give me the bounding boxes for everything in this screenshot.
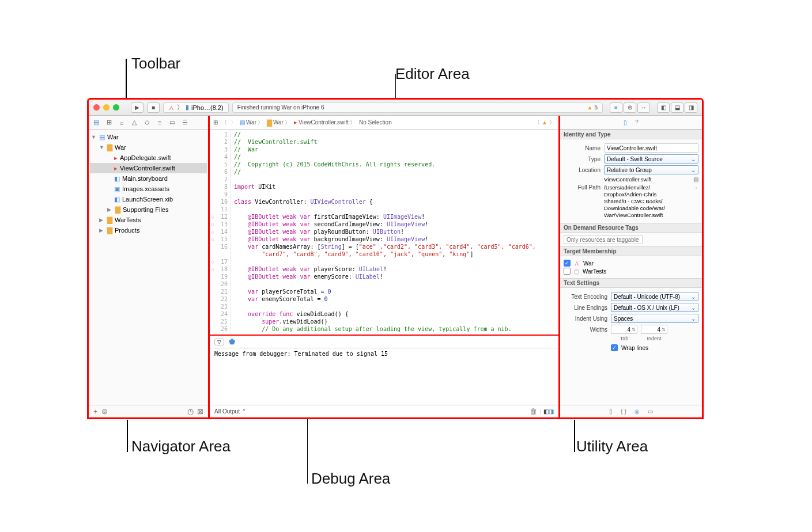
file-inspector-tab[interactable]: ▯ <box>624 119 627 126</box>
annotation-navigator: Navigator Area <box>131 438 231 455</box>
odr-tags-field <box>564 235 643 244</box>
annotation-utility: Utility Area <box>576 438 648 455</box>
file-template-library-tab[interactable]: ▯ <box>609 408 613 415</box>
toggle-debug-button[interactable]: ⬓ <box>671 102 683 113</box>
odr-section-header: On Demand Resource Tags <box>560 223 702 233</box>
wrap-lines-check[interactable]: ✓Wrap lines <box>611 344 648 351</box>
target-war-check[interactable]: ✓⩑War <box>564 260 698 267</box>
scm-filter-button[interactable]: ⊠ <box>197 407 203 416</box>
test-navigator-tab[interactable]: ◇ <box>143 119 151 126</box>
standard-editor-button[interactable]: ≡ <box>610 102 622 113</box>
breakpoint-gutter[interactable]: ○ ○ ○ ○ ○ ○ <box>210 130 216 335</box>
add-button[interactable]: + <box>93 407 98 416</box>
forward-button[interactable]: 〉 <box>231 119 236 127</box>
quickhelp-inspector-tab[interactable]: ? <box>635 119 639 126</box>
code-content[interactable]: // // ViewController.swift // War // // … <box>231 130 558 335</box>
jump-crumb-group[interactable]: ▇War〉 <box>267 119 290 127</box>
reveal-button[interactable]: → <box>693 184 698 191</box>
jump-crumb-selection[interactable]: No Selection <box>359 119 392 126</box>
tree-project-root[interactable]: ▼▤War <box>90 132 207 142</box>
storyboard-file-icon: ◧ <box>114 175 120 183</box>
choose-location-button[interactable]: ▤ <box>693 176 698 183</box>
project-tree: ▼▤War ▼▇War ▸AppDelegate.swift ▸ViewCont… <box>89 130 208 405</box>
clear-console-button[interactable]: 🗑 <box>530 407 537 416</box>
prev-issue-button[interactable]: 〈 <box>534 119 540 127</box>
swift-file-icon: ▸ <box>114 154 118 162</box>
back-button[interactable]: 〈 <box>221 119 227 127</box>
assets-file-icon: ▣ <box>114 185 120 193</box>
folder-icon: ▇ <box>107 226 112 234</box>
source-editor[interactable]: ○ ○ ○ ○ ○ ○ 1 2 3 4 5 6 7 8 9 10 11 12 1… <box>210 130 558 336</box>
file-name-field[interactable] <box>604 143 698 153</box>
indent-width-stepper[interactable]: 4 ⇅ <box>641 325 667 334</box>
navigator-area: ▤ ⊞ ⌕ △ ◇ ≡ ▭ ☰ ▼▤War ▼▇War ▸AppDelegate… <box>89 116 210 417</box>
toggle-navigator-button[interactable]: ◧ <box>657 102 670 113</box>
annotation-debug: Debug Area <box>311 470 390 488</box>
output-filter[interactable]: All Output ⌃ <box>214 408 246 415</box>
report-navigator-tab[interactable]: ☰ <box>181 119 189 126</box>
file-type-select[interactable]: Default - Swift Source <box>604 154 698 164</box>
debug-navigator-tab[interactable]: ≡ <box>156 119 164 126</box>
activity-status: Finished running War on iPhone 6 ▲ 5 <box>232 102 603 113</box>
navigator-footer: + ⊜ ◷ ⊠ <box>89 405 208 417</box>
project-navigator-tab[interactable]: ▤ <box>92 119 100 126</box>
app-icon: ⩑ <box>168 104 175 111</box>
breakpoint-navigator-tab[interactable]: ▭ <box>168 119 176 126</box>
debug-toggle-button[interactable]: ▽ <box>214 339 224 345</box>
utility-area: ▯ ? Identity and Type Name TypeDefault -… <box>560 116 702 417</box>
target-section-header: Target Membership <box>560 246 702 256</box>
jump-crumb-file[interactable]: ▸ViewController.swift〉 <box>294 119 356 127</box>
toolbar: ▶ ■ ⩑ 〉 ▮ iPho…(8.2) Finished running Wa… <box>89 100 702 116</box>
jump-crumb-project[interactable]: ▤War〉 <box>240 119 263 127</box>
xcode-window: ▶ ■ ⩑ 〉 ▮ iPho…(8.2) Finished running Wa… <box>87 98 704 419</box>
tree-file-xcassets[interactable]: ▣Images.xcassets <box>90 184 207 194</box>
stop-button[interactable]: ■ <box>147 102 160 113</box>
next-issue-button[interactable]: 〉 <box>549 119 555 127</box>
debug-area: ▽ ⬟ Message from debugger: Terminated du… <box>210 336 558 417</box>
toggle-utility-button[interactable]: ◨ <box>685 102 697 113</box>
navigator-tabs: ▤ ⊞ ⌕ △ ◇ ≡ ▭ ☰ <box>89 116 208 130</box>
tree-group-war[interactable]: ▼▇War <box>90 142 207 153</box>
tree-group-supporting[interactable]: ▶▇Supporting Files <box>90 204 207 215</box>
annotation-editor: Editor Area <box>395 65 470 83</box>
issue-navigator-tab[interactable]: △ <box>130 119 138 126</box>
location-select[interactable]: Relative to Group <box>604 165 698 174</box>
tab-width-stepper[interactable]: 4 ⇅ <box>611 325 637 334</box>
symbol-navigator-tab[interactable]: ⊞ <box>105 119 113 126</box>
assistant-editor-button[interactable]: ⊚ <box>624 102 636 113</box>
console-view-toggle[interactable]: ◨ <box>549 408 554 415</box>
close-button[interactable] <box>93 104 100 111</box>
minimize-button[interactable] <box>103 104 109 111</box>
warning-icon: ▲ <box>587 104 593 111</box>
breakpoint-toggle-button[interactable]: ⬟ <box>229 337 235 346</box>
variables-view-toggle[interactable]: ◧ <box>543 408 549 415</box>
version-editor-button[interactable]: ↔ <box>637 102 650 113</box>
tree-file-appdelegate[interactable]: ▸AppDelegate.swift <box>90 153 207 163</box>
project-icon: ▤ <box>99 134 105 141</box>
issue-icon: ▲ <box>542 119 547 126</box>
tree-file-storyboard[interactable]: ◧Main.storyboard <box>90 173 207 184</box>
swift-file-icon: ▸ <box>114 165 118 172</box>
filter-button[interactable]: ⊜ <box>101 407 108 416</box>
debug-bar: ▽ ⬟ <box>210 336 558 348</box>
object-library-tab[interactable]: ◎ <box>635 408 640 415</box>
encoding-select[interactable]: Default - Unicode (UTF-8) <box>611 292 698 301</box>
tree-file-viewcontroller[interactable]: ▸ViewController.swift <box>90 163 207 173</box>
lineend-select[interactable]: Default - OS X / Unix (LF) <box>611 303 698 312</box>
related-items-button[interactable]: ⊞ <box>213 119 218 126</box>
tree-group-products[interactable]: ▶▇Products <box>90 225 207 235</box>
target-wartests-check[interactable]: ▢WarTests <box>564 268 698 275</box>
scheme-selector[interactable]: ⩑ 〉 ▮ iPho…(8.2) <box>163 102 229 113</box>
recent-filter-button[interactable]: ◷ <box>187 407 194 416</box>
tree-group-wartests[interactable]: ▶▇WarTests <box>90 215 207 225</box>
debug-footer: All Output ⌃ 🗑 | ◧ ◨ <box>210 405 558 417</box>
media-library-tab[interactable]: ▭ <box>648 408 653 415</box>
code-snippet-library-tab[interactable]: { } <box>621 408 626 415</box>
find-navigator-tab[interactable]: ⌕ <box>118 119 126 126</box>
tree-file-launchscreen[interactable]: ◧LaunchScreen.xib <box>90 194 207 204</box>
inspector-tabs: ▯ ? <box>560 116 702 130</box>
zoom-button[interactable] <box>113 104 119 111</box>
indent-using-select[interactable]: Spaces <box>611 314 698 323</box>
console-output[interactable]: Message from debugger: Terminated due to… <box>210 348 558 405</box>
run-button[interactable]: ▶ <box>131 102 143 113</box>
